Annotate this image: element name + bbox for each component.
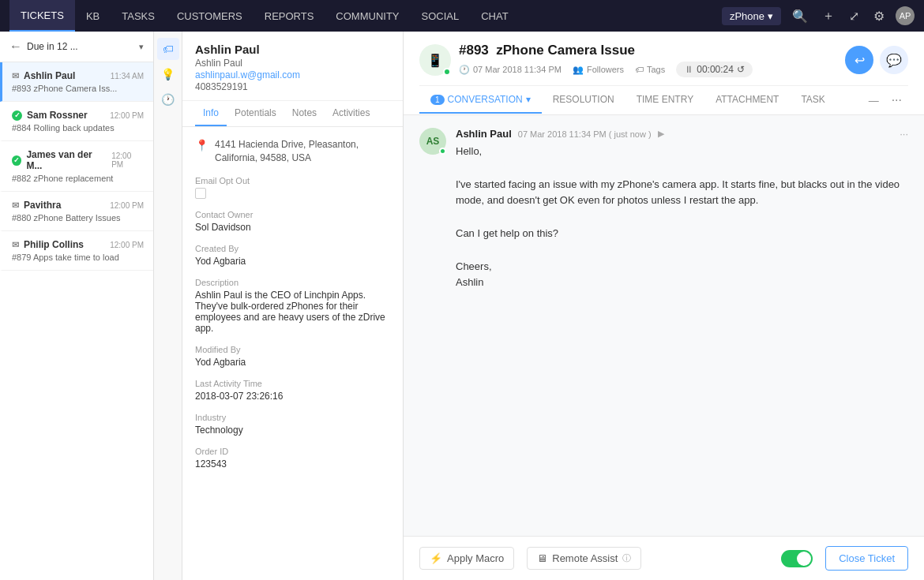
pause-icon[interactable]: ⏸ <box>684 64 693 75</box>
contact-tab-activities[interactable]: Activities <box>325 101 377 126</box>
contact-tab-potentials[interactable]: Potentials <box>227 101 284 126</box>
ticket-sender-name: Sam Rossner <box>27 110 88 121</box>
close-ticket-button[interactable]: Close Ticket <box>825 546 908 571</box>
industry-value: Technology <box>195 425 390 436</box>
ticket-list: ✉ Ashlin Paul 11:34 AM #893 zPhone Camer… <box>0 62 153 580</box>
ticket-followers[interactable]: 👥 Followers <box>573 65 624 75</box>
ticket-list-item[interactable]: ✓ Sam Rossner 12:00 PM #884 Rolling back… <box>0 102 153 141</box>
tabs-more-icon[interactable]: — <box>862 88 885 114</box>
back-button[interactable]: ← <box>9 39 22 54</box>
monitor-icon: 🖥 <box>537 552 547 564</box>
email-type-icon: ✉ <box>12 200 19 211</box>
tag-label-icon: 🏷 <box>635 65 644 74</box>
email-opt-out-checkbox[interactable] <box>195 188 206 199</box>
nav-community[interactable]: COMMUNITY <box>325 0 410 32</box>
reply-button[interactable]: ↩ <box>845 46 873 74</box>
nav-customers[interactable]: CUSTOMERS <box>166 0 254 32</box>
avatar-online-indicator <box>443 68 451 76</box>
email-opt-out-label: Email Opt Out <box>195 176 390 185</box>
clock-icon: 🕐 <box>459 65 470 75</box>
ticket-number: #893 <box>459 43 489 58</box>
nav-tickets[interactable]: TICKETS <box>9 0 75 32</box>
contact-body: 📍 4141 Hacienda Drive, Pleasanton, Calif… <box>182 127 403 580</box>
nav-tasks[interactable]: TASKS <box>111 0 166 32</box>
modified-by-field: Modified By Yod Agbaria <box>195 345 390 368</box>
contact-email[interactable]: ashlinpaul.w@gmail.com <box>195 69 390 80</box>
ticket-tags[interactable]: 🏷 Tags <box>635 65 665 74</box>
apply-macro-button[interactable]: ⚡ Apply Macro <box>419 547 514 570</box>
refresh-icon[interactable]: ↺ <box>737 64 745 75</box>
contact-owner-label: Contact Owner <box>195 210 390 219</box>
add-icon[interactable]: ＋ <box>819 5 838 28</box>
contact-tab-notes[interactable]: Notes <box>284 101 325 126</box>
due-filter-dropdown[interactable]: ▾ <box>139 42 144 52</box>
tab-resolution[interactable]: RESOLUTION <box>542 87 625 114</box>
contact-tab-info[interactable]: Info <box>195 101 227 126</box>
ticket-time: 12:00 PM <box>111 152 144 169</box>
chat-button[interactable]: 💬 <box>880 46 908 74</box>
contact-tabs: Info Potentials Notes Activities <box>182 101 403 127</box>
ticket-sender-row: ✉ Philip Collins 12:00 PM <box>12 239 144 250</box>
tab-task[interactable]: TASK <box>790 87 836 114</box>
external-icon[interactable]: ⤢ <box>846 6 862 27</box>
message-avatar: AS <box>419 128 446 155</box>
nav-chat[interactable]: CHAT <box>470 0 519 32</box>
info-icon: ⓘ <box>622 552 631 564</box>
avatar[interactable]: AP <box>896 6 915 25</box>
ticket-number-title: #893 zPhone Camera Issue <box>459 43 837 58</box>
ticket-sender-row: ✉ Pavithra 12:00 PM <box>12 200 144 211</box>
ticket-meta: 🕐 07 Mar 2018 11:34 PM 👥 Followers 🏷 Tag… <box>459 62 837 77</box>
message-content: Ashlin Paul 07 Mar 2018 11:34 PM ( just … <box>456 128 908 291</box>
nav-reports[interactable]: REPORTS <box>254 0 325 32</box>
contact-name: Ashlin Paul <box>195 43 390 56</box>
message-header: Ashlin Paul 07 Mar 2018 11:34 PM ( just … <box>456 128 908 140</box>
chat-type-icon: ✓ <box>12 155 21 166</box>
expand-icon[interactable]: ▶ <box>658 129 664 139</box>
contact-owner-field: Contact Owner Sol Davidson <box>195 210 390 233</box>
tab-dropdown-icon[interactable]: ▾ <box>526 94 531 105</box>
ticket-sender-name: Ashlin Paul <box>24 70 75 81</box>
contact-location-text: 4141 Hacienda Drive, Pleasanton, Califor… <box>215 138 390 165</box>
ticket-list-item[interactable]: ✓ James van der M... 12:00 PM #882 zPhon… <box>0 141 153 192</box>
message-more-icon[interactable]: ··· <box>900 128 908 140</box>
status-toggle[interactable] <box>781 550 813 567</box>
tabs-ellipsis[interactable]: ··· <box>885 86 908 114</box>
location-icon: 📍 <box>195 139 208 152</box>
ticket-title-text: zPhone Camera Issue <box>496 43 635 58</box>
tab-attachment[interactable]: ATTACHMENT <box>704 87 790 114</box>
toggle-knob <box>797 552 811 566</box>
remote-assist-label: Remote Assist <box>552 552 618 564</box>
tab-conversation-label: CONVERSATION <box>448 94 523 105</box>
last-activity-label: Last Activity Time <box>195 379 390 388</box>
ticket-list-item[interactable]: ✉ Philip Collins 12:00 PM #879 Apps take… <box>0 231 153 271</box>
message-sender: Ashlin Paul <box>456 128 512 140</box>
nav-kb[interactable]: KB <box>75 0 111 32</box>
ticket-list-item[interactable]: ✉ Ashlin Paul 11:34 AM #893 zPhone Camer… <box>0 62 153 102</box>
tab-conversation[interactable]: 1 CONVERSATION ▾ <box>419 87 542 114</box>
message-avatar-online <box>439 148 446 155</box>
contact-email-opt-out-field: Email Opt Out <box>195 176 390 199</box>
ticket-sender-name: Pavithra <box>24 200 61 211</box>
remote-assist-button[interactable]: 🖥 Remote Assist ⓘ <box>527 547 641 570</box>
conversation-badge: 1 <box>430 95 445 105</box>
settings-icon[interactable]: ⚙ <box>870 6 888 27</box>
tab-time-entry[interactable]: TIME ENTRY <box>625 87 704 114</box>
created-by-value: Yod Agbaria <box>195 256 390 267</box>
industry-label: Industry <box>195 413 390 422</box>
contact-panel: Ashlin Paul Ashlin Paul ashlinpaul.w@gma… <box>182 32 404 580</box>
brand-switcher[interactable]: zPhone ▾ <box>722 7 781 25</box>
bulb-icon[interactable]: 💡 <box>157 63 179 85</box>
ticket-subject: #884 Rolling back updates <box>12 123 144 133</box>
ticket-title-info: #893 zPhone Camera Issue 🕐 07 Mar 2018 1… <box>459 43 837 77</box>
search-icon[interactable]: 🔍 <box>789 6 811 27</box>
ticket-list-item[interactable]: ✉ Pavithra 12:00 PM #880 zPhone Battery … <box>0 192 153 231</box>
ticket-list-header: ← Due in 12 ... ▾ <box>0 32 153 62</box>
email-type-icon: ✉ <box>12 71 19 81</box>
ticket-timer: ⏸ 00:00:24 ↺ <box>676 62 753 77</box>
message-row: AS Ashlin Paul 07 Mar 2018 11:34 PM ( ju… <box>419 128 908 291</box>
apply-macro-label: Apply Macro <box>447 552 504 564</box>
brand-name: zPhone <box>730 10 764 22</box>
tag-icon[interactable]: 🏷 <box>157 38 179 60</box>
history-icon[interactable]: 🕐 <box>157 88 179 110</box>
nav-social[interactable]: SOCIAL <box>411 0 471 32</box>
